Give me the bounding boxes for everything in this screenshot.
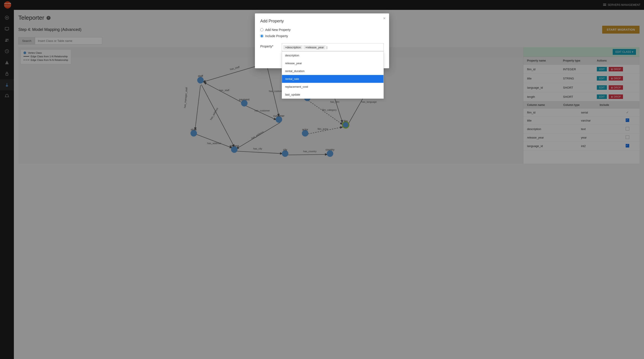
radio-include-label: Include Property bbox=[265, 34, 288, 38]
dropdown-item-rental-duration[interactable]: rental_duration bbox=[282, 67, 384, 75]
radio-add-new-label: Add New Property bbox=[265, 28, 291, 32]
tag-description: ×description bbox=[283, 45, 302, 50]
tag-description-text: ×description bbox=[285, 46, 301, 49]
radio-include[interactable]: Include Property bbox=[260, 34, 384, 38]
tag-input-container[interactable]: ×description ×release_year | bbox=[282, 43, 384, 51]
tag-release-year-text: ×release_year bbox=[305, 46, 324, 49]
radio-add-new-input[interactable] bbox=[260, 28, 264, 31]
modal-overlay: Add Property × Add New Property Include … bbox=[0, 0, 644, 359]
modal-title: Add Property bbox=[260, 19, 384, 24]
dropdown-item-release-year[interactable]: release_year bbox=[282, 59, 384, 67]
radio-include-input[interactable] bbox=[260, 35, 264, 38]
radio-add-new[interactable]: Add New Property bbox=[260, 28, 384, 32]
property-form-group: Property* ×description ×release_year | d… bbox=[260, 43, 384, 51]
modal-close-button[interactable]: × bbox=[383, 16, 386, 21]
property-label: Property* bbox=[260, 43, 278, 48]
dropdown-item-last-update[interactable]: last_update bbox=[282, 91, 384, 99]
dropdown-item-replacement-cost[interactable]: replacement_cost bbox=[282, 83, 384, 91]
add-property-modal: Add Property × Add New Property Include … bbox=[255, 14, 389, 68]
dropdown-list: description release_year rental_duration… bbox=[282, 51, 384, 99]
dropdown-item-description[interactable]: description bbox=[282, 52, 384, 59]
radio-group: Add New Property Include Property bbox=[260, 28, 384, 38]
tag-release-year: ×release_year bbox=[304, 45, 326, 50]
tag-cursor[interactable]: | bbox=[326, 46, 331, 49]
dropdown-item-rental-rate[interactable]: rental_rate bbox=[282, 75, 384, 83]
